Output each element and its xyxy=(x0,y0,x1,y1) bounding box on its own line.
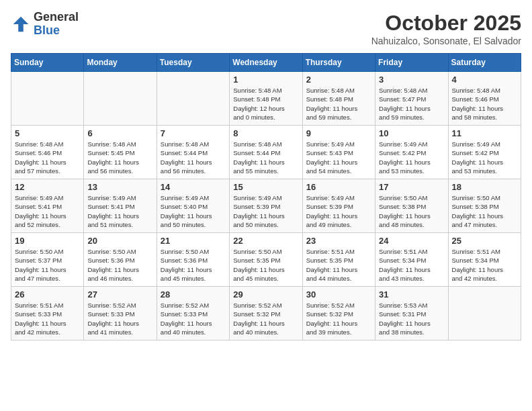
day-number: 7 xyxy=(161,128,226,138)
day-number: 10 xyxy=(379,128,444,138)
week-row-3: 12Sunrise: 5:49 AM Sunset: 5:41 PM Dayli… xyxy=(11,179,521,233)
day-number: 5 xyxy=(15,128,80,138)
calendar-cell: 10Sunrise: 5:49 AM Sunset: 5:42 PM Dayli… xyxy=(375,126,448,179)
calendar-cell: 25Sunrise: 5:51 AM Sunset: 5:34 PM Dayli… xyxy=(448,233,521,287)
day-number: 12 xyxy=(15,182,80,192)
day-info: Sunrise: 5:49 AM Sunset: 5:43 PM Dayligh… xyxy=(306,140,371,175)
calendar-cell: 5Sunrise: 5:48 AM Sunset: 5:46 PM Daylig… xyxy=(11,126,84,179)
calendar-cell: 31Sunrise: 5:53 AM Sunset: 5:31 PM Dayli… xyxy=(375,287,448,340)
logo-text: General Blue xyxy=(34,11,79,38)
day-info: Sunrise: 5:52 AM Sunset: 5:32 PM Dayligh… xyxy=(306,301,371,336)
day-number: 8 xyxy=(233,128,298,138)
header-row: SundayMondayTuesdayWednesdayThursdayFrid… xyxy=(11,54,521,72)
day-number: 31 xyxy=(379,289,444,300)
calendar-table: SundayMondayTuesdayWednesdayThursdayFrid… xyxy=(11,53,521,340)
calendar-cell: 29Sunrise: 5:52 AM Sunset: 5:32 PM Dayli… xyxy=(230,287,302,340)
calendar-cell: 20Sunrise: 5:50 AM Sunset: 5:36 PM Dayli… xyxy=(84,233,157,287)
day-number: 17 xyxy=(379,182,444,192)
day-info: Sunrise: 5:49 AM Sunset: 5:40 PM Dayligh… xyxy=(161,193,226,229)
calendar-cell xyxy=(448,287,521,340)
day-info: Sunrise: 5:50 AM Sunset: 5:37 PM Dayligh… xyxy=(15,247,80,283)
week-row-1: 1Sunrise: 5:48 AM Sunset: 5:48 PM Daylig… xyxy=(11,72,521,126)
day-number: 28 xyxy=(161,289,226,300)
day-info: Sunrise: 5:51 AM Sunset: 5:35 PM Dayligh… xyxy=(306,247,371,283)
day-info: Sunrise: 5:48 AM Sunset: 5:48 PM Dayligh… xyxy=(233,86,298,122)
calendar-header: SundayMondayTuesdayWednesdayThursdayFrid… xyxy=(11,54,521,72)
calendar-cell: 9Sunrise: 5:49 AM Sunset: 5:43 PM Daylig… xyxy=(302,126,375,179)
calendar-cell: 26Sunrise: 5:51 AM Sunset: 5:33 PM Dayli… xyxy=(11,287,84,340)
day-info: Sunrise: 5:49 AM Sunset: 5:41 PM Dayligh… xyxy=(87,193,152,229)
calendar-cell: 6Sunrise: 5:48 AM Sunset: 5:45 PM Daylig… xyxy=(84,126,157,179)
day-info: Sunrise: 5:49 AM Sunset: 5:41 PM Dayligh… xyxy=(15,193,80,229)
calendar-cell xyxy=(157,72,229,126)
header-cell-wednesday: Wednesday xyxy=(230,54,302,72)
calendar-cell: 7Sunrise: 5:48 AM Sunset: 5:44 PM Daylig… xyxy=(157,126,229,179)
day-number: 23 xyxy=(306,236,371,246)
day-number: 13 xyxy=(87,182,152,192)
day-number: 4 xyxy=(452,75,517,85)
day-info: Sunrise: 5:49 AM Sunset: 5:42 PM Dayligh… xyxy=(379,140,444,175)
day-number: 16 xyxy=(306,182,371,192)
day-number: 21 xyxy=(161,236,226,246)
logo-blue: Blue xyxy=(34,24,79,38)
day-number: 26 xyxy=(15,289,80,300)
day-number: 19 xyxy=(15,236,80,246)
day-info: Sunrise: 5:50 AM Sunset: 5:38 PM Dayligh… xyxy=(452,193,517,229)
day-info: Sunrise: 5:50 AM Sunset: 5:36 PM Dayligh… xyxy=(87,247,152,283)
calendar-cell: 3Sunrise: 5:48 AM Sunset: 5:47 PM Daylig… xyxy=(375,72,448,126)
day-info: Sunrise: 5:48 AM Sunset: 5:46 PM Dayligh… xyxy=(15,140,80,175)
header-cell-thursday: Thursday xyxy=(302,54,375,72)
logo: General Blue xyxy=(11,11,79,38)
calendar-cell: 4Sunrise: 5:48 AM Sunset: 5:46 PM Daylig… xyxy=(448,72,521,126)
day-number: 29 xyxy=(233,289,298,300)
day-info: Sunrise: 5:51 AM Sunset: 5:33 PM Dayligh… xyxy=(15,301,80,336)
day-info: Sunrise: 5:48 AM Sunset: 5:46 PM Dayligh… xyxy=(452,86,517,122)
calendar-cell: 15Sunrise: 5:49 AM Sunset: 5:39 PM Dayli… xyxy=(230,179,302,233)
calendar-cell: 28Sunrise: 5:52 AM Sunset: 5:33 PM Dayli… xyxy=(157,287,229,340)
day-number: 25 xyxy=(452,236,517,246)
week-row-4: 19Sunrise: 5:50 AM Sunset: 5:37 PM Dayli… xyxy=(11,233,521,287)
header-cell-tuesday: Tuesday xyxy=(157,54,229,72)
calendar-cell: 30Sunrise: 5:52 AM Sunset: 5:32 PM Dayli… xyxy=(302,287,375,340)
day-number: 14 xyxy=(161,182,226,192)
calendar-cell: 18Sunrise: 5:50 AM Sunset: 5:38 PM Dayli… xyxy=(448,179,521,233)
header-cell-saturday: Saturday xyxy=(448,54,521,72)
day-info: Sunrise: 5:50 AM Sunset: 5:36 PM Dayligh… xyxy=(161,247,226,283)
calendar-cell: 1Sunrise: 5:48 AM Sunset: 5:48 PM Daylig… xyxy=(230,72,302,126)
page-header: General Blue October 2025 Nahuizalco, So… xyxy=(11,11,521,46)
day-info: Sunrise: 5:48 AM Sunset: 5:47 PM Dayligh… xyxy=(379,86,444,122)
svg-marker-0 xyxy=(13,17,29,32)
calendar-cell: 13Sunrise: 5:49 AM Sunset: 5:41 PM Dayli… xyxy=(84,179,157,233)
calendar-body: 1Sunrise: 5:48 AM Sunset: 5:48 PM Daylig… xyxy=(11,72,521,340)
location: Nahuizalco, Sonsonate, El Salvador xyxy=(371,36,521,46)
day-info: Sunrise: 5:50 AM Sunset: 5:38 PM Dayligh… xyxy=(379,193,444,229)
day-info: Sunrise: 5:51 AM Sunset: 5:34 PM Dayligh… xyxy=(379,247,444,283)
month-title: October 2025 xyxy=(371,11,521,36)
day-info: Sunrise: 5:48 AM Sunset: 5:48 PM Dayligh… xyxy=(306,86,371,122)
day-info: Sunrise: 5:48 AM Sunset: 5:45 PM Dayligh… xyxy=(87,140,152,175)
header-cell-monday: Monday xyxy=(84,54,157,72)
calendar-cell: 24Sunrise: 5:51 AM Sunset: 5:34 PM Dayli… xyxy=(375,233,448,287)
day-number: 22 xyxy=(233,236,298,246)
calendar-cell: 11Sunrise: 5:49 AM Sunset: 5:42 PM Dayli… xyxy=(448,126,521,179)
week-row-5: 26Sunrise: 5:51 AM Sunset: 5:33 PM Dayli… xyxy=(11,287,521,340)
day-info: Sunrise: 5:48 AM Sunset: 5:44 PM Dayligh… xyxy=(233,140,298,175)
day-info: Sunrise: 5:49 AM Sunset: 5:39 PM Dayligh… xyxy=(233,193,298,229)
calendar-cell: 16Sunrise: 5:49 AM Sunset: 5:39 PM Dayli… xyxy=(302,179,375,233)
day-info: Sunrise: 5:48 AM Sunset: 5:44 PM Dayligh… xyxy=(161,140,226,175)
day-info: Sunrise: 5:52 AM Sunset: 5:33 PM Dayligh… xyxy=(161,301,226,336)
calendar-cell: 17Sunrise: 5:50 AM Sunset: 5:38 PM Dayli… xyxy=(375,179,448,233)
day-number: 27 xyxy=(87,289,152,300)
calendar-cell: 14Sunrise: 5:49 AM Sunset: 5:40 PM Dayli… xyxy=(157,179,229,233)
calendar-cell: 22Sunrise: 5:50 AM Sunset: 5:35 PM Dayli… xyxy=(230,233,302,287)
day-number: 11 xyxy=(452,128,517,138)
day-number: 24 xyxy=(379,236,444,246)
calendar-cell: 23Sunrise: 5:51 AM Sunset: 5:35 PM Dayli… xyxy=(302,233,375,287)
calendar-cell: 19Sunrise: 5:50 AM Sunset: 5:37 PM Dayli… xyxy=(11,233,84,287)
calendar-cell: 21Sunrise: 5:50 AM Sunset: 5:36 PM Dayli… xyxy=(157,233,229,287)
day-info: Sunrise: 5:51 AM Sunset: 5:34 PM Dayligh… xyxy=(452,247,517,283)
calendar-cell: 2Sunrise: 5:48 AM Sunset: 5:48 PM Daylig… xyxy=(302,72,375,126)
logo-icon xyxy=(11,14,31,34)
logo-general: General xyxy=(34,11,79,24)
day-info: Sunrise: 5:49 AM Sunset: 5:39 PM Dayligh… xyxy=(306,193,371,229)
